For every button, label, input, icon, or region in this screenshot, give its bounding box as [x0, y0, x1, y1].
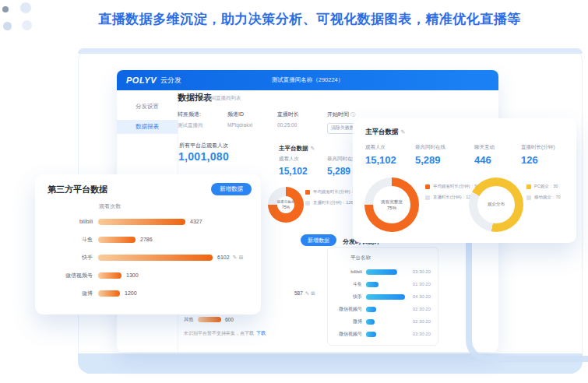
- row-value: 600: [225, 317, 234, 322]
- duration-bar: [366, 307, 376, 312]
- info-field-value: 00:25:00: [277, 122, 327, 128]
- legend-swatch: [526, 184, 531, 189]
- stat-label: 观看人次: [279, 156, 327, 163]
- unsupported-platform-note: 未识别平台暂不支持采集，点下载下载: [184, 330, 266, 337]
- views-row: 快手 6102 ✎ ⊞: [35, 248, 261, 266]
- card-title: 主平台数据✎: [353, 118, 576, 137]
- duration-row: bilibili 03:30:20: [331, 265, 431, 278]
- platform-label: 微信视频号: [331, 306, 362, 313]
- legend-label: PC观众：30: [534, 184, 558, 189]
- duration-bar: [366, 319, 375, 325]
- window-header: POLYV 云分发 测试直播间名称（290224）: [117, 70, 498, 90]
- views-row: bilibili 4327: [35, 213, 261, 230]
- duration-bar: [366, 332, 376, 337]
- backdrop-top-band: [78, 48, 583, 54]
- edit-icon[interactable]: ✎: [311, 146, 315, 151]
- decor-dot: [3, 22, 12, 30]
- polyv-logo: POLYV: [126, 76, 157, 85]
- stat: 观看人次 15,102: [279, 156, 327, 177]
- product-name: 云分发: [160, 76, 181, 86]
- card-title: 第三方平台数据: [48, 184, 107, 195]
- stream-info-row: 转推频道: 测试直播间 频道ID MPlqdrakxl 直播时长 00:25:0…: [178, 111, 377, 134]
- duration-chart-header: 平台名称: [350, 255, 431, 262]
- duration-value: 03:30:20: [413, 332, 431, 336]
- edit-icon[interactable]: ✎: [401, 129, 406, 135]
- legend-label: 移动观众：70: [534, 195, 561, 200]
- views-bar: [98, 255, 213, 261]
- hidden-chart-row-fragment: 其他 600: [184, 316, 234, 323]
- info-field: 直播时长 00:25:00: [277, 111, 327, 134]
- duration-row: 微博 02:30:20: [331, 315, 431, 328]
- edit-and-add-icons[interactable]: ✎ ⊞: [305, 290, 315, 296]
- duration-row: 斗鱼 01:30:20: [331, 278, 431, 290]
- total-views-value: 1,001,080: [178, 150, 229, 163]
- audience-donut-chart: 观众分布: [469, 177, 523, 232]
- completion-donut-chart: 观看完整度 75%: [364, 177, 419, 232]
- views-bar: [98, 290, 120, 297]
- platform-label: 斗鱼: [331, 281, 362, 288]
- platform-label: 微博: [331, 318, 362, 325]
- legend-swatch: [425, 184, 430, 189]
- stat-value: 15,102: [279, 166, 327, 177]
- stat: 观看人次 15,102: [365, 144, 415, 166]
- edit-and-add-icons[interactable]: ✎ ⊞: [233, 255, 244, 261]
- legend-swatch: [305, 201, 310, 206]
- platform-label: 快手: [331, 293, 362, 300]
- download-link[interactable]: 下载: [256, 331, 266, 336]
- views-row: 微信视频号 1300: [35, 266, 261, 284]
- platform-label: 微博: [38, 290, 93, 297]
- views-chart-header: 观看次数: [99, 202, 261, 210]
- page-headline: 直播数据多维沉淀，助力决策分析、可视化数据图表，精准优化直播等: [31, 10, 588, 28]
- duration-value: 03:30:20: [413, 269, 431, 274]
- back-link[interactable]: ‹ 返回直播间列表: [202, 95, 241, 102]
- donut-center-label: 观看完整度 75%: [364, 177, 419, 232]
- legend-item: PC观众：30: [526, 184, 561, 189]
- duration-bar: [366, 282, 379, 287]
- views-row: 微博 1200: [35, 284, 261, 302]
- total-views-label: 所有平台总观看人次: [179, 142, 228, 149]
- info-field: 频道ID MPlqdrakxl: [227, 111, 277, 134]
- info-field-label: 频道ID: [227, 111, 277, 118]
- duration-bar: [366, 294, 405, 300]
- main-platform-data-card: 主平台数据✎ 观看人次 15,102 最高同时在线 5,289 聊天互动 446…: [353, 118, 576, 243]
- duration-value: 02:30:20: [413, 307, 431, 311]
- legend-item: 平均观看时长(分钟)：94: [305, 189, 359, 195]
- views-value: 6102: [217, 255, 230, 260]
- legend-swatch: [425, 195, 430, 200]
- donut-center-label: 观看完整度 75%: [268, 187, 304, 223]
- canvas: 直播数据多维沉淀，助力决策分析、可视化数据图表，精准优化直播等 POLYV 云分…: [0, 0, 588, 383]
- add-data-button[interactable]: 新增数据: [211, 183, 252, 195]
- views-value: 4327: [190, 219, 202, 224]
- views-bar: [198, 317, 221, 322]
- main-platform-section-title: 主平台数据✎: [279, 145, 315, 153]
- sidebar-item-distribution-settings[interactable]: 分发设置: [117, 100, 178, 113]
- completion-donut-legend: 平均观看时长(分钟)：94 直播时长(分钟)：126: [305, 189, 359, 206]
- duration-chart-panel: 平台名称 bilibili 03:30:20 斗鱼 01:30:20: [327, 247, 438, 346]
- duration-chart-rows: bilibili 03:30:20 斗鱼 01:30:20 快手 04:30:: [331, 265, 431, 340]
- completion-donut-chart: 观看完整度 75%: [268, 187, 304, 223]
- add-data-button[interactable]: 新增数据: [301, 234, 336, 246]
- views-value: 1200: [125, 290, 137, 296]
- platform-stats: 观看人次 15,102 最高同时在线 5,289 聊天互动 446 直播时长(分…: [353, 137, 576, 166]
- audience-donut-legend: PC观众：30 移动观众：70: [526, 184, 561, 200]
- duration-row: 微信视频号 02:30:20: [331, 303, 431, 315]
- third-party-data-card: 第三方平台数据 新增数据 观看次数 bilibili 4327 斗鱼 2786: [35, 174, 261, 314]
- platform-label: 快手: [38, 254, 93, 262]
- legend-swatch: [305, 190, 310, 195]
- duration-bar: [366, 269, 397, 275]
- info-field-value: MPlqdrakxl: [227, 122, 277, 128]
- platform-label: 微信视频号: [331, 331, 362, 338]
- views-value: 1300: [126, 272, 139, 278]
- hidden-chart-value-fragment: 587✎ ⊞: [294, 290, 315, 297]
- info-field-label: 直播时长: [277, 111, 327, 118]
- duration-value: 04:30:20: [413, 294, 431, 299]
- sidebar-item-data-report[interactable]: 数据报表: [117, 120, 178, 134]
- duration-value: 02:30:20: [413, 319, 431, 324]
- info-field-value: 测试直播间: [178, 122, 227, 129]
- info-field: 转推频道: 测试直播间: [178, 111, 227, 134]
- platform-label: bilibili: [331, 269, 362, 274]
- platform-label: 微信视频号: [38, 272, 93, 279]
- views-bar: [98, 219, 185, 225]
- legend-item: 移动观众：70: [526, 195, 561, 200]
- legend-label: 直播时长(分钟)：126: [313, 200, 353, 206]
